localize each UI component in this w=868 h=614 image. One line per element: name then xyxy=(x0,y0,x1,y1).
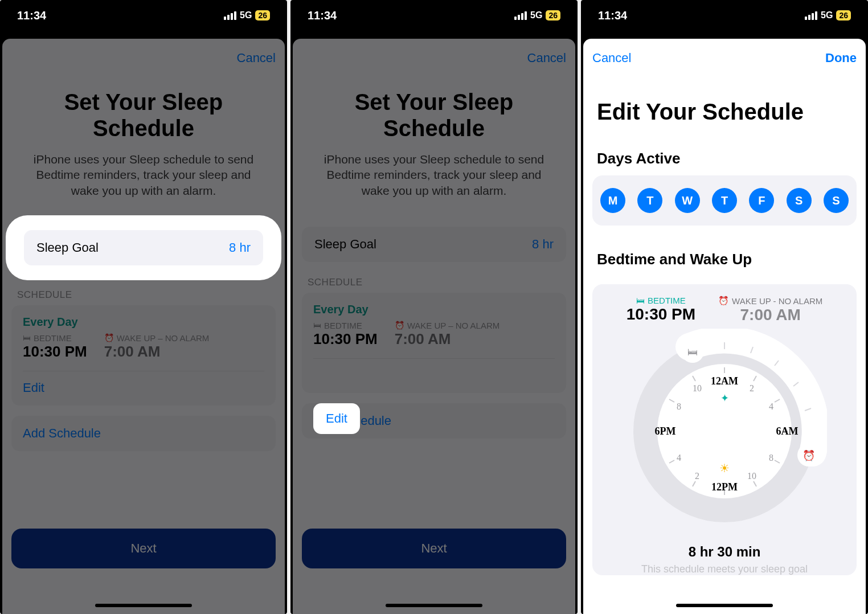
bedtime-label: 🛏BEDTIME xyxy=(627,296,695,305)
sleep-goal-row[interactable]: Sleep Goal 8 hr xyxy=(302,227,566,262)
status-time: 11:34 xyxy=(598,9,627,22)
phone-screen-3: 11:34 5G 26 Cancel Done Edit Your Schedu… xyxy=(581,0,868,614)
bed-icon: 🛏 xyxy=(636,296,645,305)
phone-screen-1: 11:34 5G 26 Cancel Set Your Sleep Schedu… xyxy=(0,0,287,614)
sleep-duration: 8 hr 30 min xyxy=(600,544,849,560)
wake-value: 7:00 AM xyxy=(718,306,822,324)
bedtime-wake-card: 🛏BEDTIME 10:30 PM ⏰WAKE UP - NO ALARM 7:… xyxy=(592,284,857,575)
days-active-label: Days Active xyxy=(597,150,852,167)
svg-text:2: 2 xyxy=(750,383,754,393)
sleep-dial[interactable]: 12AM 6AM 12PM 6PM 2 4 8 10 2 4 8 10 xyxy=(600,329,849,534)
cancel-button[interactable]: Cancel xyxy=(527,51,566,66)
schedule-card: Every Day 🛏BEDTIME 10:30 PM ⏰WAKE UP – N… xyxy=(11,305,276,406)
bed-icon: 🛏 xyxy=(23,333,31,342)
wake-label: ⏰WAKE UP – NO ALARM xyxy=(104,333,210,343)
battery-icon: 26 xyxy=(255,10,270,21)
wake-value: 7:00 AM xyxy=(104,343,210,361)
svg-text:6PM: 6PM xyxy=(655,425,676,437)
phone-screen-2: 11:34 5G 26 Cancel Set Your Sleep Schedu… xyxy=(290,0,578,614)
wake-value: 7:00 AM xyxy=(395,330,500,348)
svg-text:⏰: ⏰ xyxy=(803,449,816,462)
status-bar: 11:34 5G 26 xyxy=(581,0,868,31)
home-indicator[interactable] xyxy=(676,604,773,607)
sleep-goal-label: Sleep Goal xyxy=(36,240,99,255)
svg-text:8: 8 xyxy=(677,402,681,411)
svg-text:2: 2 xyxy=(695,471,699,481)
svg-text:10: 10 xyxy=(747,471,756,481)
svg-text:8: 8 xyxy=(769,453,773,462)
next-button[interactable]: Next xyxy=(302,529,566,568)
battery-icon: 26 xyxy=(836,10,851,21)
home-indicator[interactable] xyxy=(95,604,192,607)
day-toggle-tue[interactable]: T xyxy=(637,188,662,213)
wake-label: ⏰WAKE UP – NO ALARM xyxy=(395,321,500,330)
alarm-icon: ⏰ xyxy=(395,321,404,330)
svg-text:☀: ☀ xyxy=(719,462,730,474)
alarm-icon: ⏰ xyxy=(104,333,114,342)
bedtime-value: 10:30 PM xyxy=(313,330,378,348)
bedtime-wake-label: Bedtime and Wake Up xyxy=(597,251,852,268)
home-indicator[interactable] xyxy=(386,604,482,607)
page-subtitle: iPhone uses your Sleep schedule to send … xyxy=(11,152,276,198)
wake-handle: ⏰ xyxy=(797,444,820,466)
day-toggle-fri[interactable]: F xyxy=(749,188,774,213)
svg-text:✦: ✦ xyxy=(720,392,729,404)
schedule-section-label: SCHEDULE xyxy=(308,277,560,288)
status-right: 5G 26 xyxy=(514,10,560,21)
signal-icon xyxy=(224,11,236,20)
cancel-button[interactable]: Cancel xyxy=(237,51,276,66)
cancel-button[interactable]: Cancel xyxy=(592,51,631,66)
page-title: Set Your Sleep Schedule xyxy=(11,89,276,141)
svg-text:6AM: 6AM xyxy=(776,425,799,437)
edit-button[interactable]: Edit xyxy=(23,371,264,395)
page-title: Edit Your Schedule xyxy=(597,99,852,125)
svg-text:🛏: 🛏 xyxy=(687,346,698,358)
status-bar: 11:34 5G 26 xyxy=(290,0,578,31)
signal-icon xyxy=(514,11,527,20)
bedtime-value: 10:30 PM xyxy=(23,343,87,361)
schedule-days: Every Day xyxy=(23,316,264,329)
done-button[interactable]: Done xyxy=(825,51,857,66)
sleep-goal-value: 8 hr xyxy=(532,237,554,252)
battery-icon: 26 xyxy=(546,10,560,21)
day-toggle-mon[interactable]: M xyxy=(600,188,625,213)
add-schedule-button[interactable]: Add Schedule xyxy=(11,416,276,451)
status-right: 5G 26 xyxy=(224,10,270,21)
schedule-section-label: SCHEDULE xyxy=(17,289,270,301)
network-label: 5G xyxy=(530,10,542,21)
wake-label: ⏰WAKE UP - NO ALARM xyxy=(718,296,822,306)
svg-text:12PM: 12PM xyxy=(711,481,738,493)
bed-icon: 🛏 xyxy=(313,321,321,330)
bedtime-label: 🛏BEDTIME xyxy=(23,333,87,343)
sleep-goal-value: 8 hr xyxy=(229,240,251,255)
next-button[interactable]: Next xyxy=(11,529,276,568)
day-toggle-thu[interactable]: T xyxy=(712,188,737,213)
svg-text:4: 4 xyxy=(769,402,773,411)
status-bar: 11:34 5G 26 xyxy=(0,0,287,31)
status-time: 11:34 xyxy=(308,9,337,22)
svg-text:10: 10 xyxy=(693,383,702,393)
edit-button[interactable]: Edit xyxy=(313,403,360,434)
sleep-schedule-sheet: Cancel Set Your Sleep Schedule iPhone us… xyxy=(2,39,285,614)
sleep-goal-label: Sleep Goal xyxy=(314,237,376,252)
alarm-icon: ⏰ xyxy=(718,296,729,306)
network-label: 5G xyxy=(240,10,252,21)
day-toggle-sat[interactable]: S xyxy=(787,188,812,213)
bedtime-label: 🛏BEDTIME xyxy=(313,321,378,330)
status-time: 11:34 xyxy=(17,9,46,22)
edit-schedule-sheet: Cancel Done Edit Your Schedule Days Acti… xyxy=(583,39,866,614)
edit-row: x xyxy=(313,358,555,383)
day-toggle-wed[interactable]: W xyxy=(675,188,700,213)
days-active-row: M T W T F S S xyxy=(592,175,857,226)
schedule-card: Every Day 🛏BEDTIME 10:30 PM ⏰WAKE UP – N… xyxy=(302,293,566,393)
sleep-schedule-sheet: Cancel Set Your Sleep Schedule iPhone us… xyxy=(293,39,575,614)
schedule-days: Every Day xyxy=(313,303,555,316)
page-title: Set Your Sleep Schedule xyxy=(302,89,566,141)
bedtime-handle: 🛏 xyxy=(681,340,704,363)
day-toggle-sun[interactable]: S xyxy=(824,188,849,213)
svg-text:12AM: 12AM xyxy=(711,375,738,387)
svg-text:4: 4 xyxy=(677,453,681,462)
sleep-goal-hint: This schedule meets your sleep goal xyxy=(600,563,849,575)
sleep-goal-highlight: Sleep Goal 8 hr xyxy=(11,221,276,275)
sleep-goal-row[interactable]: Sleep Goal 8 hr xyxy=(24,230,263,265)
